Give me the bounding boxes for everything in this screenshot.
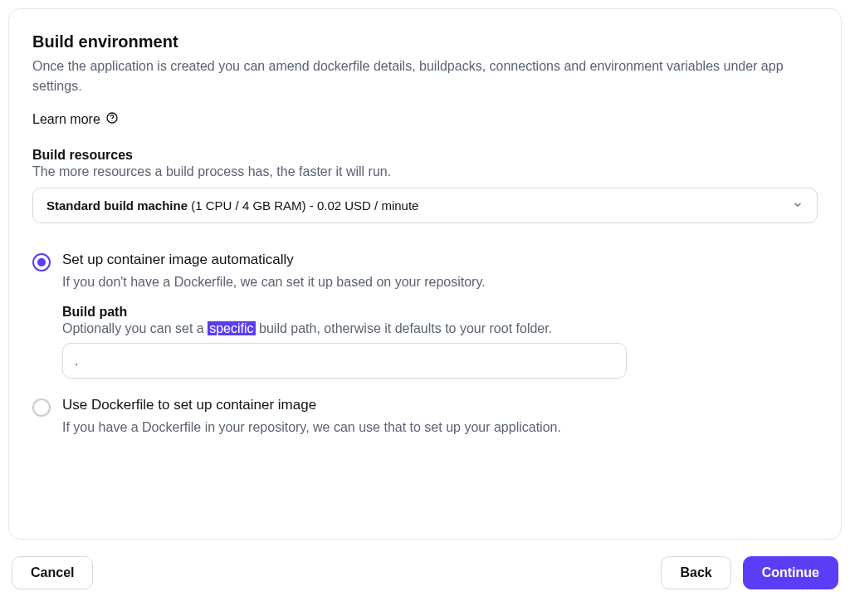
- build-resources-section: Build resources The more resources a bui…: [32, 148, 818, 223]
- continue-button[interactable]: Continue: [743, 556, 838, 589]
- build-path-input[interactable]: [62, 343, 627, 379]
- build-path-desc-post: build path, otherwise it defaults to you…: [256, 321, 553, 335]
- build-path-desc-highlight: specific: [208, 321, 255, 335]
- footer-right: Back Continue: [661, 556, 838, 589]
- footer: Cancel Back Continue: [0, 540, 850, 589]
- build-path-label: Build path: [62, 305, 818, 320]
- option-auto-description: If you don't have a Dockerfile, we can s…: [62, 275, 818, 290]
- build-path-description: Optionally you can set a specific build …: [62, 321, 818, 336]
- build-resources-description: The more resources a build process has, …: [32, 164, 818, 179]
- back-button[interactable]: Back: [661, 556, 730, 589]
- svg-point-1: [111, 120, 112, 121]
- chevron-down-icon: [792, 198, 804, 213]
- page-description: Once the application is created you can …: [32, 56, 818, 96]
- build-machine-details: (1 CPU / 4 GB RAM) - 0.02 USD / minute: [188, 198, 418, 213]
- option-auto-title: Set up container image automatically: [62, 252, 818, 268]
- page-title: Build environment: [32, 32, 818, 51]
- option-auto-content: Set up container image automatically If …: [62, 252, 818, 379]
- learn-more-label: Learn more: [32, 112, 100, 127]
- build-path-desc-pre: Optionally you can set a: [62, 321, 208, 335]
- build-environment-card: Build environment Once the application i…: [8, 8, 842, 540]
- option-dockerfile: Use Dockerfile to set up container image…: [32, 397, 818, 435]
- radio-auto-dot: [37, 258, 46, 266]
- help-icon: [105, 111, 119, 128]
- container-setup-group: Set up container image automatically If …: [32, 252, 818, 435]
- radio-auto[interactable]: [32, 253, 51, 271]
- learn-more-link[interactable]: Learn more: [32, 111, 119, 128]
- option-dockerfile-title: Use Dockerfile to set up container image: [62, 397, 818, 413]
- build-machine-select[interactable]: Standard build machine (1 CPU / 4 GB RAM…: [32, 188, 818, 223]
- option-auto: Set up container image automatically If …: [32, 252, 818, 379]
- build-machine-name: Standard build machine: [46, 198, 188, 213]
- radio-dockerfile[interactable]: [32, 398, 51, 417]
- option-dockerfile-content: Use Dockerfile to set up container image…: [62, 397, 818, 435]
- build-machine-selected: Standard build machine (1 CPU / 4 GB RAM…: [46, 198, 418, 213]
- option-dockerfile-description: If you have a Dockerfile in your reposit…: [62, 420, 818, 435]
- build-resources-label: Build resources: [32, 148, 818, 163]
- cancel-button[interactable]: Cancel: [12, 556, 93, 589]
- page: Build environment Once the application i…: [0, 0, 850, 616]
